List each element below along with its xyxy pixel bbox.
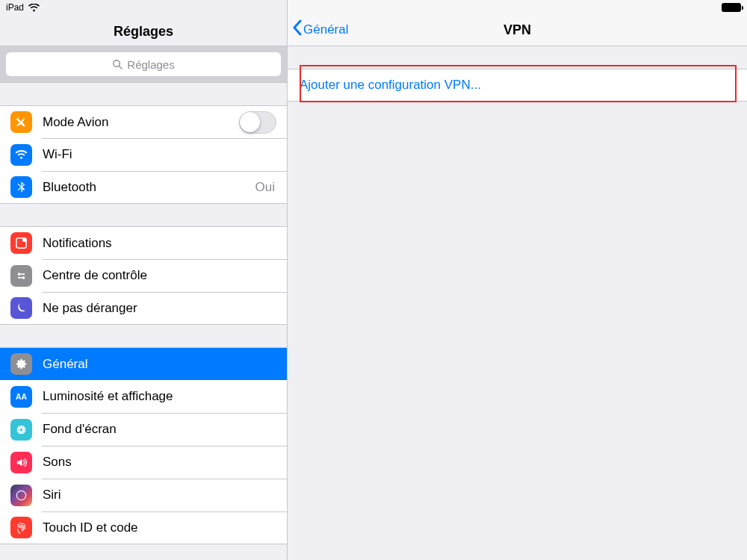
cell-label: Luminosité et affichage: [43, 389, 276, 404]
sidebar-item-wifi[interactable]: Wi-Fi: [0, 138, 287, 171]
device-name: iPad: [6, 2, 24, 13]
cell-label: Sons: [43, 455, 276, 470]
sidebar-title: Réglages: [114, 24, 173, 40]
sidebar-item-touchid[interactable]: Touch ID et code: [0, 511, 287, 544]
sidebar-item-dnd[interactable]: Ne pas déranger: [0, 292, 287, 325]
svg-rect-5: [21, 273, 25, 275]
cell-label: Touch ID et code: [43, 520, 276, 535]
cell-label: Ne pas déranger: [43, 301, 276, 316]
sound-icon: [10, 452, 32, 473]
cell-label: Général: [43, 357, 276, 372]
fingerprint-icon: [10, 517, 32, 538]
back-label: Général: [303, 22, 348, 37]
svg-point-14: [16, 491, 25, 500]
sidebar-item-siri[interactable]: Siri: [0, 479, 287, 511]
search-icon: [112, 59, 123, 69]
status-bar: iPad: [0, 0, 747, 15]
detail-title: VPN: [288, 22, 747, 38]
cell-label: Notifications: [43, 236, 276, 251]
display-icon: AA: [10, 386, 32, 408]
settings-group: Général AA Luminosité et affichage Fond …: [0, 347, 287, 544]
sidebar-item-airplane[interactable]: Mode Avion: [0, 105, 287, 138]
settings-sidebar: Réglages Réglages Mode Avion: [0, 0, 288, 560]
cell-value: Oui: [255, 180, 276, 195]
cell-label: Centre de contrôle: [43, 268, 276, 283]
sidebar-item-wallpaper[interactable]: Fond d'écran: [0, 413, 287, 446]
gear-icon: [10, 353, 32, 375]
cell-label: Siri: [43, 488, 276, 503]
sidebar-item-general[interactable]: Général: [0, 347, 287, 380]
battery-icon: [722, 3, 741, 12]
svg-point-4: [18, 273, 21, 276]
airplane-toggle[interactable]: [239, 111, 276, 134]
sidebar-item-bluetooth[interactable]: Bluetooth Oui: [0, 171, 287, 204]
siri-icon: [10, 485, 32, 506]
svg-text:AA: AA: [16, 393, 28, 401]
moon-icon: [10, 297, 32, 319]
search-input[interactable]: Réglages: [6, 52, 281, 76]
sidebar-item-controlcenter[interactable]: Centre de contrôle: [0, 259, 287, 292]
cell-label: Fond d'écran: [43, 422, 276, 437]
notifications-icon: [10, 232, 32, 254]
svg-point-3: [22, 237, 27, 242]
search-placeholder: Réglages: [127, 58, 174, 71]
wifi-status-icon: [28, 4, 40, 12]
detail-pane: Général VPN Ajouter une configuration VP…: [288, 0, 747, 560]
chevron-left-icon: [292, 19, 302, 40]
cell-label: Wi-Fi: [43, 147, 276, 162]
sidebar-item-notifications[interactable]: Notifications: [0, 226, 287, 259]
back-button[interactable]: Général: [292, 19, 348, 40]
cell-label: Bluetooth: [43, 180, 245, 195]
cell-label: Mode Avion: [43, 115, 229, 130]
sidebar-item-display[interactable]: AA Luminosité et affichage: [0, 380, 287, 413]
svg-line-1: [120, 66, 123, 69]
sidebar-item-sounds[interactable]: Sons: [0, 446, 287, 479]
wifi-icon: [10, 144, 32, 166]
airplane-icon: [10, 111, 32, 133]
svg-rect-7: [18, 276, 22, 278]
settings-group: Mode Avion Wi-Fi Bluetooth Oui: [0, 105, 287, 204]
controlcenter-icon: [10, 265, 32, 287]
add-vpn-config-label: Ajouter une configuration VPN...: [300, 78, 481, 93]
detail-group: Ajouter une configuration VPN...: [288, 69, 747, 102]
svg-point-6: [22, 276, 25, 279]
search-row: Réglages: [0, 46, 287, 83]
settings-group: Notifications Centre de contrôle Ne pas …: [0, 226, 287, 325]
bluetooth-icon: [10, 176, 32, 198]
add-vpn-config-cell[interactable]: Ajouter une configuration VPN...: [288, 69, 747, 102]
wallpaper-icon: [10, 419, 32, 441]
